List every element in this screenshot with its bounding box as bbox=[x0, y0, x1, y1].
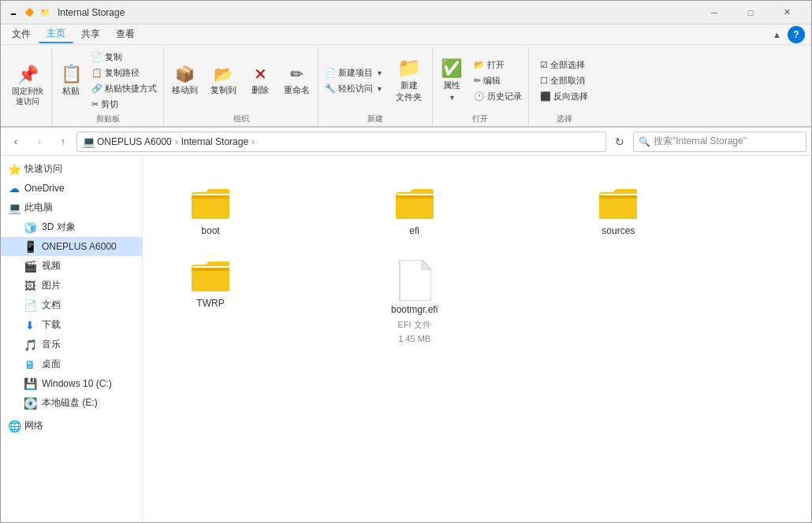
help-button[interactable]: ? bbox=[788, 26, 805, 43]
menu-share[interactable]: 共享 bbox=[73, 26, 108, 43]
sidebar-item-pictures[interactable]: 🖼 图片 bbox=[1, 276, 142, 295]
search-icon: 🔍 bbox=[639, 136, 650, 147]
address-path[interactable]: 💻 ONEPLUS A6000 › Internal Storage › bbox=[76, 132, 606, 152]
cut-icon: ✂ bbox=[91, 99, 99, 109]
ribbon-newfolder-button[interactable]: 📁 新建文件夹 bbox=[389, 55, 429, 106]
ribbon-invertselect-button[interactable]: ⬛ 反向选择 bbox=[537, 89, 591, 104]
sidebar-item-locale[interactable]: 💽 本地磁盘 (E:) bbox=[1, 393, 142, 413]
ribbon-delete-button[interactable]: ✕ 删除 bbox=[244, 63, 276, 99]
folder-boot[interactable]: boot bbox=[171, 181, 250, 244]
svg-rect-3 bbox=[396, 195, 434, 198]
window-controls: ─ □ ✕ bbox=[696, 1, 805, 24]
ribbon-group-organize: 📦 移动到 📂 复制到 ✕ 删除 ✏ 重命名 组织 bbox=[164, 48, 318, 126]
sidebar-item-music[interactable]: 🎵 音乐 bbox=[1, 335, 142, 354]
svg-rect-7 bbox=[192, 268, 229, 271]
up-button[interactable]: ↑ bbox=[53, 132, 73, 152]
file-bootmgr[interactable]: bootmgr.efi EFI 文件 1.45 MB bbox=[375, 254, 454, 351]
forward-button[interactable]: › bbox=[29, 132, 50, 152]
desktop-icon: 🖥 bbox=[23, 358, 37, 371]
sidebar-item-windowsc[interactable]: 💾 Windows 10 (C:) bbox=[1, 374, 142, 393]
network-icon: 🌐 bbox=[7, 420, 21, 432]
ribbon-selectall-button[interactable]: ☑ 全部选择 bbox=[537, 57, 591, 72]
menu-home[interactable]: 主页 bbox=[39, 25, 73, 43]
title-icon-3: 📁 bbox=[39, 6, 51, 19]
ribbon-copyto-button[interactable]: 📂 复制到 bbox=[206, 63, 241, 99]
paste-icon: 📋 bbox=[61, 65, 82, 83]
rename-icon: ✏ bbox=[290, 66, 304, 82]
folder-sources[interactable]: sources bbox=[579, 181, 657, 244]
ribbon-group-label-select: 选择 bbox=[553, 112, 575, 126]
title-bar: 🗕 🔶 📁 Internal Storage ─ □ ✕ bbox=[1, 1, 811, 24]
sidebar-pictures-label: 图片 bbox=[42, 279, 61, 292]
sidebar-item-video[interactable]: 🎬 视频 bbox=[1, 256, 142, 276]
minimize-button[interactable]: ─ bbox=[696, 1, 732, 24]
maximize-button[interactable]: □ bbox=[732, 1, 769, 24]
sidebar-video-label: 视频 bbox=[42, 259, 61, 273]
sidebar-music-label: 音乐 bbox=[42, 338, 61, 351]
sidebar-item-desktop[interactable]: 🖥 桌面 bbox=[1, 354, 142, 374]
ribbon-moveto-button[interactable]: 📦 移动到 bbox=[167, 63, 203, 99]
breadcrumb-sep: › bbox=[175, 136, 178, 147]
sidebar-quickaccess-label: 快速访问 bbox=[24, 162, 62, 176]
sidebar-item-3dobjects[interactable]: 🧊 3D 对象 bbox=[1, 217, 142, 237]
sidebar-windowsc-label: Windows 10 (C:) bbox=[42, 378, 112, 389]
twrp-folder-name: TWRP bbox=[196, 298, 224, 310]
ribbon-rename-button[interactable]: ✏ 重命名 bbox=[279, 63, 315, 99]
folder-efi[interactable]: efi bbox=[375, 181, 454, 244]
ribbon-open-button[interactable]: 📂 打开 bbox=[471, 57, 525, 72]
bootmgr-file-icon bbox=[398, 260, 431, 301]
ribbon-group-clipboard: 📋 粘贴 📄 复制 📋 复制路径 🔗 粘贴快捷方式 bbox=[52, 48, 164, 126]
ribbon-group-open: ✅ 属性 ▼ 📂 打开 ✏ 编辑 🕐 历史记录 bbox=[433, 48, 529, 126]
menu-view[interactable]: 查看 bbox=[108, 26, 143, 43]
sidebar-item-onedrive[interactable]: ☁ OneDrive bbox=[1, 179, 142, 198]
sidebar-item-network[interactable]: 🌐 网络 bbox=[1, 416, 142, 436]
ribbon-group-label-1 bbox=[24, 123, 31, 126]
sidebar-item-documents[interactable]: 📄 文档 bbox=[1, 295, 142, 315]
ribbon-selectnone-button[interactable]: ☐ 全部取消 bbox=[537, 73, 591, 88]
ribbon-pin-button[interactable]: 📌 固定到快速访问 bbox=[7, 63, 48, 109]
selectnone-icon: ☐ bbox=[540, 76, 548, 86]
ribbon-pasteshortcut-button[interactable]: 🔗 粘贴快捷方式 bbox=[88, 81, 160, 96]
sidebar-item-downloads[interactable]: ⬇ 下载 bbox=[1, 315, 142, 335]
efi-folder-name: efi bbox=[409, 225, 419, 238]
ribbon-properties-button[interactable]: ✅ 属性 ▼ bbox=[436, 57, 467, 105]
ribbon-cut-button[interactable]: ✂ 剪切 bbox=[88, 97, 160, 112]
ribbon-history-button[interactable]: 🕐 历史记录 bbox=[471, 89, 525, 104]
ribbon: 📌 固定到快速访问 📋 粘贴 📄 复制 📋 bbox=[1, 45, 811, 128]
windowsc-icon: 💾 bbox=[23, 377, 37, 390]
sidebar-item-thispc[interactable]: 💻 此电脑 bbox=[1, 198, 142, 217]
svg-rect-4 bbox=[599, 195, 637, 219]
sidebar-documents-label: 文档 bbox=[42, 299, 61, 312]
ribbon-copypath-button[interactable]: 📋 复制路径 bbox=[88, 65, 160, 80]
locale-icon: 💽 bbox=[23, 397, 37, 410]
boot-folder-name: boot bbox=[201, 225, 219, 238]
bootmgr-file-meta2: 1.45 MB bbox=[398, 334, 430, 343]
refresh-button[interactable]: ↻ bbox=[609, 132, 630, 152]
open-icon: 📂 bbox=[474, 60, 485, 70]
sources-folder-name: sources bbox=[602, 225, 635, 238]
search-placeholder: 搜索"Internal Storage" bbox=[654, 135, 747, 148]
menu-file[interactable]: 文件 bbox=[4, 26, 39, 43]
folder-twrp[interactable]: TWRP bbox=[171, 254, 250, 351]
downloads-icon: ⬇ bbox=[23, 319, 37, 332]
ribbon-copy-button[interactable]: 📄 复制 bbox=[88, 50, 160, 65]
sidebar-item-oneplus[interactable]: 📱 ONEPLUS A6000 bbox=[1, 237, 142, 256]
svg-rect-0 bbox=[192, 195, 229, 219]
ribbon-edit-button[interactable]: ✏ 编辑 bbox=[471, 73, 525, 88]
search-box[interactable]: 🔍 搜索"Internal Storage" bbox=[633, 132, 806, 152]
breadcrumb-sep2: › bbox=[251, 136, 255, 147]
close-button[interactable]: ✕ bbox=[769, 1, 805, 24]
ribbon-collapse-icon[interactable]: ▲ bbox=[773, 30, 781, 39]
ribbon-newitem-button[interactable]: 📄 新建项目 ▼ bbox=[322, 65, 386, 80]
ribbon-group-new: 📄 新建项目 ▼ 🔧 轻松访问 ▼ 📁 新建文件夹 新建 bbox=[318, 48, 433, 126]
ribbon-paste-button[interactable]: 📋 粘贴 bbox=[55, 62, 87, 100]
ribbon-group-label-open: 打开 bbox=[469, 112, 491, 126]
oneplus-icon: 📱 bbox=[23, 240, 37, 253]
sidebar-item-quickaccess[interactable]: ⭐ 快速访问 bbox=[1, 159, 142, 179]
copy-icon: 📄 bbox=[91, 52, 102, 62]
pin-icon: 📌 bbox=[17, 66, 39, 83]
video-icon: 🎬 bbox=[23, 260, 37, 273]
menu-bar: 文件 主页 共享 查看 ▲ ? bbox=[1, 24, 811, 45]
ribbon-easyaccess-button[interactable]: 🔧 轻松访问 ▼ bbox=[322, 81, 386, 96]
back-button[interactable]: ‹ bbox=[6, 132, 26, 152]
